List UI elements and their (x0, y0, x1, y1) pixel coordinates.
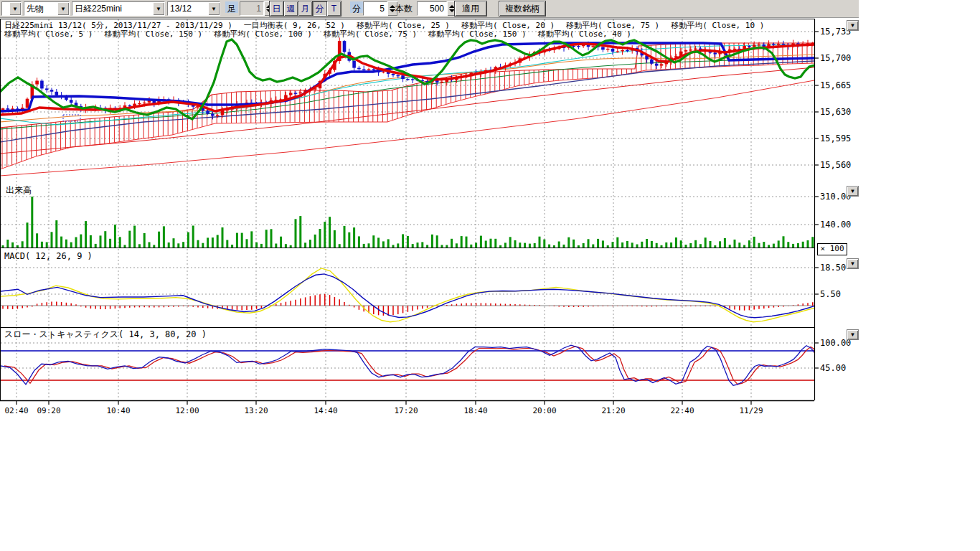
indicator-legend-line2: 移動平均( Close, 5 )移動平均( Close, 150 )移動平均( … (4, 29, 643, 39)
macd-pane-label: MACD( 12, 26, 9 ) (4, 251, 93, 261)
time-axis-label: 17:20 (394, 406, 418, 415)
scroll-down-button-volume[interactable]: ▼ (847, 187, 858, 196)
app-window: { "toolbar": { "style_combo_value": "", … (0, 0, 980, 551)
price-axis-label: 15,735 (820, 27, 851, 37)
price-axis-label: 15,595 (820, 133, 851, 143)
stoch-pane-label: スロー・ストキャスティクス( 14, 3, 80, 20 ) (4, 329, 207, 341)
volume-axis-label: 310.00 (820, 192, 851, 202)
time-axis-label: 11/29 (739, 406, 763, 415)
macd-axis-label: 18.50 (820, 263, 846, 273)
legend-item: 移動平均( Close, 150 ) (428, 29, 527, 39)
time-axis-label: 21:20 (601, 406, 625, 415)
stoch-axis-label: 100.00 (820, 338, 851, 348)
time-axis-label: 20:00 (532, 406, 556, 415)
time-axis-label: 10:40 (106, 406, 130, 415)
legend-item: 移動平均( Close, 40 ) (538, 29, 631, 39)
legend-item: 移動平均( Close, 100 ) (214, 29, 312, 39)
time-axis-label: 13:20 (244, 406, 268, 415)
scroll-down-button-macd[interactable]: ▼ (847, 259, 858, 268)
legend-item: 移動平均( Close, 75 ) (324, 29, 417, 39)
time-axis-label: 12:00 (175, 406, 199, 415)
legend-item: 移動平均( Close, 10 ) (671, 21, 764, 30)
macd-axis-label: 5.50 (820, 289, 841, 299)
legend-item: 移動平均( Close, 5 ) (4, 29, 93, 39)
time-axis-label: 14:40 (314, 406, 337, 415)
legend-item: 移動平均( Close, 150 ) (104, 29, 202, 39)
price-axis-label: 15,700 (820, 53, 851, 63)
price-axis-label: 15,630 (820, 107, 851, 117)
scroll-down-button-stoch[interactable]: ▼ (847, 330, 858, 339)
price-axis-label: 15,665 (820, 80, 851, 90)
price-axis-label: 15,560 (820, 160, 851, 170)
volume-pane-label: 出来高 (6, 184, 32, 197)
stoch-axis-label: 45.00 (820, 363, 846, 373)
volume-axis-label: 140.00 (820, 220, 851, 230)
scroll-down-button-price[interactable]: ▼ (847, 21, 858, 30)
time-axis-label: 22:40 (670, 406, 694, 415)
volume-multiplier-badge: × 100 (817, 243, 847, 255)
time-axis-label: 18:40 (463, 406, 487, 415)
time-axis-label: 02:40 (4, 406, 28, 415)
time-axis-label: 09:20 (37, 406, 60, 415)
